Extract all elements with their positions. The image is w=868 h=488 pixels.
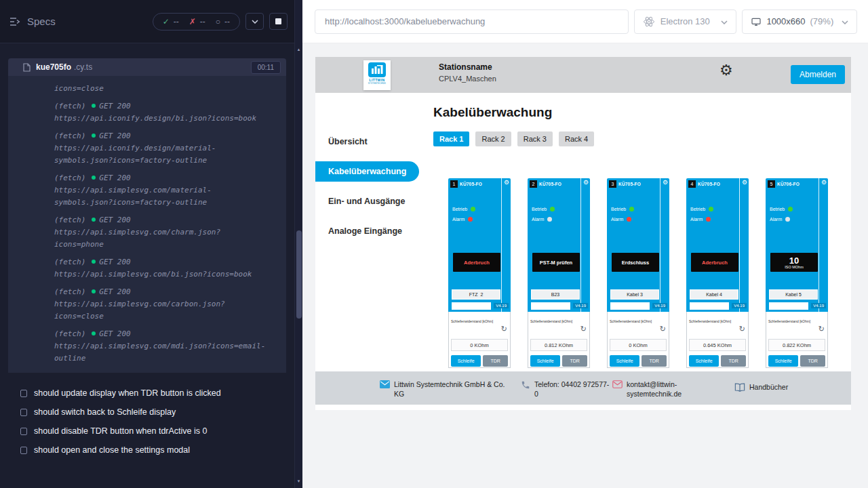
- tdr-button[interactable]: TDR: [642, 355, 667, 367]
- scroll-up-icon[interactable]: ▲: [295, 45, 302, 54]
- page-title: Kabelüberwachung: [433, 105, 851, 120]
- log-status: GET 200: [99, 131, 130, 140]
- check-icon: ✓: [163, 17, 170, 26]
- alarm-label: Alarm: [690, 217, 703, 222]
- reporter-scrollbar[interactable]: ▲ ▼: [294, 0, 302, 488]
- firmware-version: V4.19: [494, 303, 509, 308]
- schleife-button[interactable]: Schleife: [768, 355, 798, 367]
- settings-gear-icon[interactable]: ⚙: [719, 63, 733, 78]
- sidebar-item-analoge-eingaenge[interactable]: Analoge Eingänge: [315, 216, 424, 246]
- card-divider: [818, 178, 819, 312]
- log-status: GET 200: [99, 102, 130, 110]
- status-dot-icon: [92, 176, 96, 180]
- logo-icon: [368, 62, 386, 77]
- footer-company[interactable]: Littwin Systemtechnik GmbH & Co. KG: [380, 380, 511, 399]
- spec-file-icon: [23, 63, 31, 72]
- test-item[interactable]: should open and close the settings modal: [8, 441, 286, 460]
- test-item[interactable]: should switch back to Schleife display: [8, 403, 286, 422]
- alarm-led: [706, 217, 711, 222]
- betrieb-row: Betrieb: [611, 207, 634, 211]
- refresh-icon[interactable]: ↻: [739, 325, 745, 333]
- cable-name-field[interactable]: [610, 289, 659, 300]
- status-display: Erdschluss: [612, 253, 659, 272]
- status-dot-icon: [92, 218, 96, 222]
- status-dot-icon: [92, 289, 96, 293]
- test-item[interactable]: should update display when TDR button is…: [8, 384, 286, 403]
- schleife-button[interactable]: Schleife: [689, 355, 719, 367]
- log-entry[interactable]: (fetch)GET 200 https://api.simplesvg.com…: [54, 328, 269, 365]
- tab-rack-4[interactable]: Rack 4: [559, 131, 594, 146]
- scroll-down-icon[interactable]: ▼: [295, 476, 302, 486]
- status-text: Aderbruch: [702, 260, 728, 266]
- refresh-icon[interactable]: ↻: [580, 325, 587, 333]
- test-icon: [20, 409, 27, 416]
- browser-selector[interactable]: Electron 130: [634, 9, 737, 34]
- betrieb-row: Betrieb: [770, 207, 793, 211]
- collapse-button[interactable]: [245, 13, 264, 30]
- url-bar[interactable]: http://localhost:3000/kabelueberwachung: [315, 9, 629, 34]
- card-settings-icon[interactable]: ⚙: [663, 180, 668, 186]
- tdr-button[interactable]: TDR: [721, 355, 746, 367]
- tab-rack-1[interactable]: Rack 1: [433, 131, 469, 146]
- log-entry[interactable]: (fetch)GET 200 https://api.iconify.desig…: [54, 130, 269, 167]
- cable-name-field[interactable]: [531, 289, 580, 300]
- log-entry[interactable]: (fetch)GET 200 https://api.simplesvg.com…: [54, 286, 269, 323]
- status-unit: ISO MOhm: [785, 265, 804, 269]
- card-settings-icon[interactable]: ⚙: [742, 180, 747, 186]
- tab-rack-3[interactable]: Rack 3: [517, 131, 553, 146]
- panel-buttons: Schleife TDR: [610, 355, 667, 367]
- log-entry[interactable]: (fetch)GET 200 https://api.simplesvg.com…: [54, 256, 269, 281]
- tdr-button[interactable]: TDR: [562, 355, 587, 367]
- schleife-button[interactable]: Schleife: [530, 355, 560, 367]
- cable-name-field[interactable]: [452, 289, 500, 300]
- alarm-label: Alarm: [770, 217, 782, 222]
- log-entry[interactable]: (fetch)GET 200 https://api.simplesvg.com…: [54, 172, 269, 209]
- spec-name: kue705fo: [36, 62, 71, 72]
- log-prefix: (fetch): [54, 329, 85, 338]
- device-card: 1 KÜ705-FO ⚙ Betrieb Alarm Aderbruch: [448, 178, 511, 368]
- tdr-button[interactable]: TDR: [483, 355, 508, 367]
- scrollbar-thumb[interactable]: [296, 230, 302, 319]
- schleife-button[interactable]: Schleife: [451, 355, 481, 367]
- tab-rack-2[interactable]: Rack 2: [475, 131, 511, 146]
- firmware-version: V4.19: [573, 303, 588, 308]
- cable-name-field[interactable]: [690, 289, 738, 300]
- footer-phone[interactable]: Telefon: 04402 972577-0: [521, 380, 612, 399]
- stop-button[interactable]: [269, 13, 288, 30]
- card-number: 2: [530, 180, 537, 188]
- refresh-icon[interactable]: ↻: [818, 325, 825, 333]
- card-divider: [501, 178, 502, 312]
- specs-list-icon: [9, 17, 21, 26]
- footer-email[interactable]: kontakt@littwin-systemtechnik.de: [612, 380, 692, 399]
- card-settings-icon[interactable]: ⚙: [504, 180, 509, 186]
- sidebar-item-kabelueberwachung[interactable]: Kabelüberwachung: [315, 161, 419, 182]
- chevron-down-icon: [721, 20, 728, 24]
- sidebar-item-uebersicht[interactable]: Übersicht: [315, 127, 424, 157]
- viewport-selector[interactable]: 1000x660 (79%): [742, 9, 857, 34]
- chevron-down-icon: [842, 20, 848, 24]
- schleife-button[interactable]: Schleife: [610, 355, 639, 367]
- alarm-row: Alarm: [452, 217, 473, 222]
- spec-header[interactable]: kue705fo .cy.ts 00:11: [8, 58, 286, 76]
- card-settings-icon[interactable]: ⚙: [583, 180, 589, 186]
- log-status: GET 200: [99, 174, 130, 182]
- card-settings-icon[interactable]: ⚙: [821, 180, 827, 186]
- tdr-button[interactable]: TDR: [800, 355, 825, 367]
- logout-button[interactable]: Abmelden: [791, 65, 845, 84]
- log-prefix: (fetch): [54, 102, 85, 110]
- refresh-icon[interactable]: ↻: [501, 325, 507, 333]
- cable-name-field[interactable]: [769, 289, 818, 300]
- refresh-icon[interactable]: ↻: [660, 325, 666, 333]
- test-item[interactable]: should disable TDR button when tdrActive…: [8, 422, 286, 441]
- book-icon: [734, 383, 745, 392]
- log-url: https://api.simplesvg.com/bi.json?icons=…: [54, 270, 252, 279]
- status-text: Aderbruch: [464, 260, 490, 266]
- log-entry[interactable]: (fetch)GET 200 https://api.iconify.desig…: [54, 100, 269, 125]
- app-footer: Littwin Systemtechnik GmbH & Co. KG Tele…: [315, 371, 851, 405]
- status-text: Erdschluss: [622, 260, 649, 266]
- log-url: https://api.iconify.design/material-symb…: [54, 144, 216, 165]
- sidebar-item-ein-und-ausgaenge[interactable]: Ein- und Ausgänge: [315, 186, 424, 216]
- footer-manuals[interactable]: Handbücher: [734, 382, 788, 392]
- log-entry[interactable]: (fetch)GET 200 https://api.simplesvg.com…: [54, 214, 269, 251]
- specs-button[interactable]: Specs: [9, 16, 56, 27]
